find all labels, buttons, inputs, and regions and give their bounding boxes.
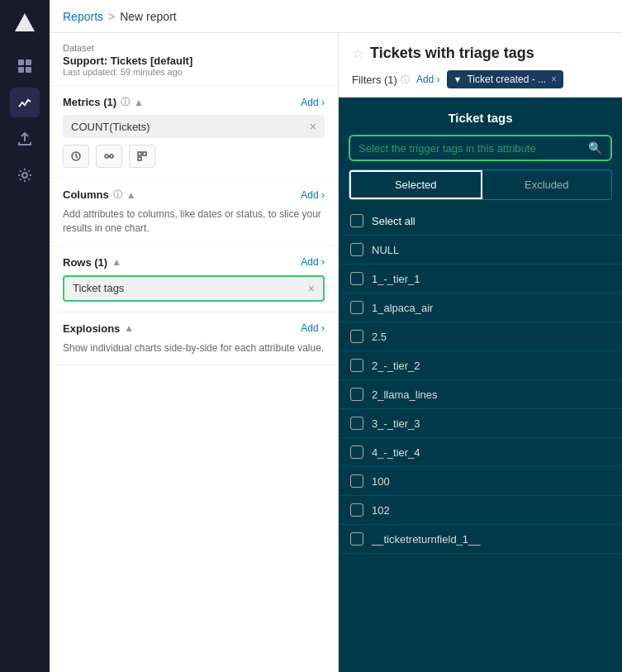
list-item-label: 100 (372, 475, 390, 488)
list-item-label: 1_alpaca_air (372, 302, 433, 314)
list-item-checkbox[interactable] (350, 243, 363, 256)
right-panel: ☆ Tickets with triage tags Filters (1) ⓘ… (339, 33, 622, 672)
nav-reports[interactable] (10, 88, 40, 117)
list-item-checkbox[interactable] (350, 474, 363, 488)
filter-chip-label: Ticket created - ... (467, 74, 546, 85)
list-item-checkbox[interactable] (350, 446, 363, 459)
columns-header: Columns ⓘ ▲ Add › (63, 188, 325, 201)
svg-point-5 (22, 173, 27, 178)
nav-dashboard[interactable] (10, 51, 40, 81)
metrics-title: Metrics (1) ⓘ ▲ (63, 96, 144, 108)
columns-add-link[interactable]: Add › (301, 189, 325, 201)
list-item[interactable]: 1_alpaca_air (339, 293, 622, 322)
right-header: ☆ Tickets with triage tags Filters (1) ⓘ… (339, 33, 622, 98)
filter-icon-1[interactable] (63, 145, 89, 168)
content-row: Dataset Support: Tickets [default] Last … (50, 33, 622, 672)
rows-section: Rows (1) ▲ Add › Ticket tags × (50, 246, 338, 312)
nav-settings[interactable] (10, 160, 40, 190)
list-item[interactable]: 2_-_tier_2 (339, 351, 622, 380)
nav-upload[interactable] (10, 124, 40, 154)
list-item-checkbox[interactable] (350, 214, 363, 227)
list-item-checkbox[interactable] (350, 532, 363, 546)
report-title: Tickets with triage tags (370, 45, 534, 62)
explosions-header: Explosions ▲ Add › (63, 322, 325, 335)
star-icon[interactable]: ☆ (352, 45, 363, 61)
svg-point-9 (105, 155, 108, 158)
dataset-updated: Last updated: 59 minutes ago (63, 67, 325, 77)
explosions-add-link[interactable]: Add › (301, 322, 325, 334)
list-item-checkbox[interactable] (350, 388, 363, 401)
row-chip-remove-icon[interactable]: × (308, 282, 315, 295)
list-item[interactable]: 3_-_tier_3 (339, 409, 622, 438)
columns-title: Columns ⓘ ▲ (63, 188, 136, 201)
filters-info-icon[interactable]: ⓘ (401, 74, 410, 86)
metrics-info-icon[interactable]: ⓘ (121, 96, 130, 108)
list-item[interactable]: 100 (339, 467, 622, 496)
svg-rect-12 (138, 152, 141, 155)
filter-icon-2[interactable] (96, 145, 122, 168)
columns-section: Columns ⓘ ▲ Add › Add attributes to colu… (50, 179, 338, 246)
dataset-section: Dataset Support: Tickets [default] Last … (50, 33, 338, 86)
tab-excluded[interactable]: Excluded (482, 170, 612, 199)
filter-chip[interactable]: ▼ Ticket created - ... × (447, 70, 564, 88)
columns-info-icon[interactable]: ⓘ (113, 188, 122, 201)
list-item[interactable]: 1_-_tier_1 (339, 265, 622, 293)
filter-icon-3[interactable] (129, 145, 155, 168)
filter-icons (63, 145, 325, 168)
columns-collapse-icon[interactable]: ▲ (126, 189, 136, 201)
metric-remove-icon[interactable]: × (310, 120, 316, 133)
list-item[interactable]: NULL (339, 236, 622, 265)
tab-row: Selected Excluded (349, 169, 612, 200)
search-icon: 🔍 (588, 141, 602, 155)
list-item-checkbox[interactable] (350, 359, 363, 372)
breadcrumb-reports[interactable]: Reports (63, 10, 103, 23)
list-item-label: 4_-_tier_4 (372, 446, 420, 459)
rows-header: Rows (1) ▲ Add › (63, 256, 325, 269)
metrics-collapse-icon[interactable]: ▲ (134, 97, 144, 108)
list-item-checkbox[interactable] (350, 417, 363, 430)
report-title-row: ☆ Tickets with triage tags (352, 45, 609, 62)
list-item[interactable]: 4_-_tier_4 (339, 438, 622, 467)
list-item-label: Select all (372, 215, 415, 227)
svg-rect-4 (26, 67, 31, 73)
svg-rect-13 (143, 152, 146, 155)
search-box: 🔍 (349, 135, 612, 161)
rows-add-link[interactable]: Add › (301, 256, 325, 268)
svg-rect-14 (138, 157, 141, 160)
svg-rect-3 (18, 67, 24, 73)
list-item-checkbox[interactable] (350, 503, 363, 517)
list-item-label: 3_-_tier_3 (372, 417, 420, 430)
ticket-tags-dropdown: Ticket tags 🔍 Selected Excluded Select a… (339, 98, 622, 672)
explosions-collapse-icon[interactable]: ▲ (124, 322, 134, 334)
list-item[interactable]: __ticketreturnfield_1__ (339, 525, 622, 554)
list-item-label: 2_llama_lines (372, 388, 438, 401)
metrics-add-link[interactable]: Add › (301, 97, 325, 108)
list-item-checkbox[interactable] (350, 272, 363, 285)
list-item[interactable]: Select all (339, 207, 622, 236)
main-area: Reports > New report Dataset Support: Ti… (50, 0, 622, 672)
metric-chip: COUNT(Tickets) × (63, 115, 325, 138)
filter-chip-remove[interactable]: × (551, 74, 557, 85)
rows-collapse-icon[interactable]: ▲ (112, 256, 121, 268)
row-chip[interactable]: Ticket tags × (63, 275, 325, 302)
metrics-section: Metrics (1) ⓘ ▲ Add › COUNT(Tickets) × (50, 86, 338, 179)
metric-label: COUNT(Tickets) (71, 121, 150, 133)
filters-bar: Filters (1) ⓘ Add › ▼ Ticket created - .… (352, 70, 609, 88)
tab-selected[interactable]: Selected (349, 170, 482, 199)
filters-add-button[interactable]: Add › (416, 74, 440, 85)
breadcrumb: Reports > New report (50, 0, 622, 33)
list-item-checkbox[interactable] (350, 330, 363, 343)
search-input[interactable] (358, 142, 582, 155)
breadcrumb-current: New report (120, 10, 176, 23)
dropdown-title: Ticket tags (339, 98, 622, 135)
svg-rect-2 (26, 60, 31, 65)
list-item[interactable]: 2_llama_lines (339, 380, 622, 409)
metrics-header: Metrics (1) ⓘ ▲ Add › (63, 96, 325, 108)
list-item-checkbox[interactable] (350, 301, 363, 314)
list-item[interactable]: 102 (339, 496, 622, 525)
svg-rect-1 (18, 60, 24, 65)
list-item-label: NULL (372, 244, 399, 256)
explosions-description: Show individual charts side-by-side for … (63, 341, 325, 355)
list-item[interactable]: 2.5 (339, 322, 622, 351)
dataset-label: Dataset (63, 43, 325, 53)
